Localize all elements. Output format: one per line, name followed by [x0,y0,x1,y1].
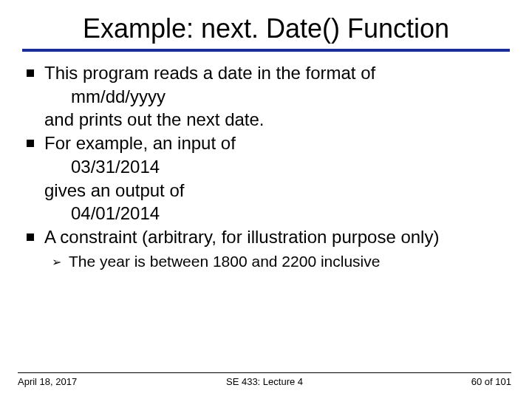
footer-date: April 18, 2017 [18,376,183,387]
bullet-1-indent: mm/dd/yyyy [27,86,510,109]
footer-page: 60 of 101 [347,376,511,387]
slide-content: This program reads a date in the format … [22,62,510,272]
bullet-2-indent1: 03/31/2014 [27,156,510,179]
footer-rule [18,372,511,373]
bullet-3-lead: A constraint (arbitrary, for illustratio… [44,226,510,249]
slide-title: Example: next. Date() Function [22,13,510,49]
bullet-3: A constraint (arbitrary, for illustratio… [27,226,510,249]
slide-footer: April 18, 2017 SE 433: Lecture 4 60 of 1… [0,372,532,387]
bullet-1: This program reads a date in the format … [27,62,510,85]
sub-bullet-1-text: The year is between 1800 and 2200 inclus… [69,252,380,272]
footer-row: April 18, 2017 SE 433: Lecture 4 60 of 1… [18,376,511,387]
bullet-2-lead: For example, an input of [44,132,510,155]
slide-container: Example: next. Date() Function This prog… [0,0,532,399]
square-bullet-icon [27,233,34,241]
title-underline [22,49,510,52]
square-bullet-icon [27,69,34,77]
bullet-2: For example, an input of [27,132,510,155]
bullet-1-lead: This program reads a date in the format … [44,62,510,85]
sub-bullet-1: ➢ The year is between 1800 and 2200 incl… [27,252,510,272]
bullet-2-indent2: 04/01/2014 [27,202,510,225]
footer-center: SE 433: Lecture 4 [183,376,347,387]
bullet-2-tail: gives an output of [27,180,510,202]
chevron-right-icon: ➢ [52,255,61,270]
square-bullet-icon [27,140,34,147]
bullet-1-tail: and prints out the next date. [27,109,510,132]
